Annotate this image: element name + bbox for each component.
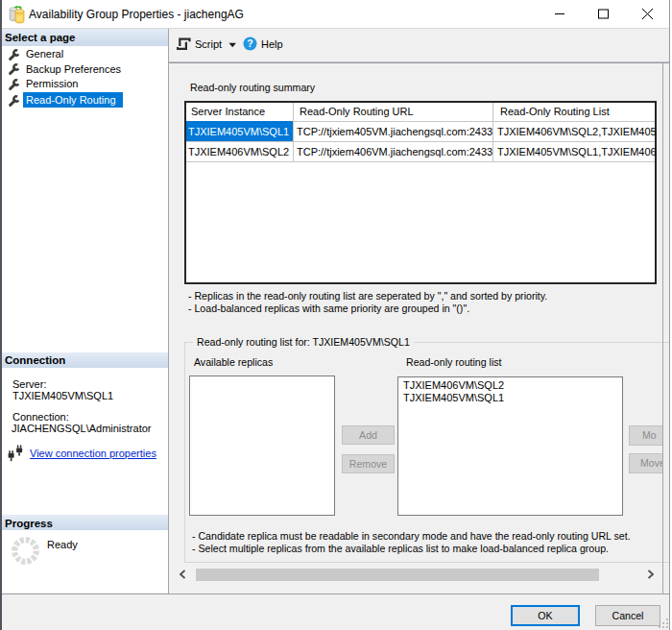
svg-text:?: ? bbox=[247, 37, 252, 49]
